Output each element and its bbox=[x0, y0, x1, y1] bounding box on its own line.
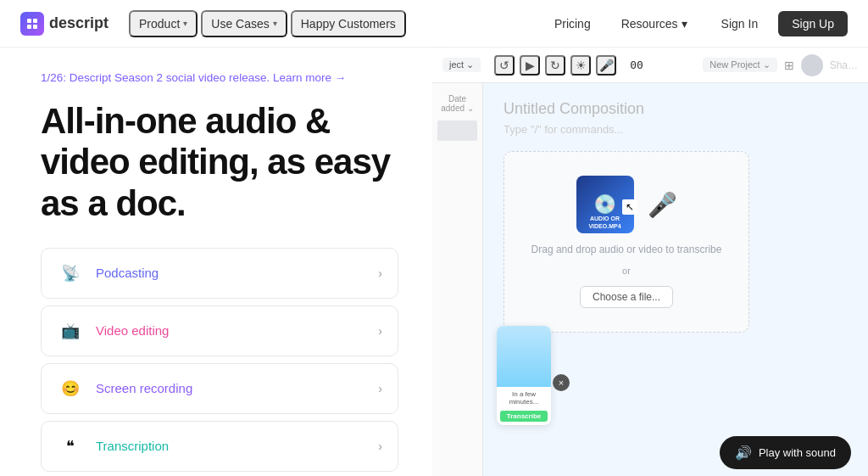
screen-recording-icon: 😊 bbox=[57, 375, 84, 402]
media-thumb-label: AUDIO ORVIDEO.MP4 bbox=[576, 216, 634, 230]
feature-list: 📡 Podcasting › 📺 Video editing › 😊 Scree… bbox=[41, 248, 398, 472]
mic-drop-icon: 🎤 bbox=[648, 191, 677, 219]
feature-screen-recording[interactable]: 😊 Screen recording › bbox=[41, 363, 398, 414]
svg-rect-0 bbox=[27, 19, 31, 23]
chevron-down-icon: ▾ bbox=[682, 17, 687, 31]
chevron-right-icon: › bbox=[378, 440, 382, 453]
transcribe-badge: Transcribe bbox=[500, 411, 548, 422]
sidebar-bar bbox=[437, 120, 477, 141]
logo-text: descript bbox=[49, 14, 108, 32]
svg-rect-3 bbox=[33, 25, 37, 29]
nav-left: descript Product ▾ Use Cases ▾ Happy Cus… bbox=[20, 10, 406, 37]
svg-rect-2 bbox=[27, 25, 31, 29]
screen-recording-label: Screen recording bbox=[96, 381, 192, 395]
resources-link[interactable]: Resources ▾ bbox=[608, 11, 701, 36]
feature-left: 📺 Video editing bbox=[57, 317, 169, 344]
app-content: Untitled Composition Type "/" for comman… bbox=[483, 83, 868, 476]
composition-hint: Type "/" for commands... bbox=[504, 123, 848, 136]
waveform-visual bbox=[497, 326, 551, 387]
podcasting-icon: 📡 bbox=[57, 260, 84, 287]
chevron-right-icon: › bbox=[378, 382, 382, 395]
mic-button[interactable]: 🎤 bbox=[596, 55, 616, 76]
announcement-banner[interactable]: 1/26: Descript Season 2 social video rel… bbox=[41, 71, 398, 84]
transcription-label: Transcription bbox=[96, 439, 169, 453]
pricing-link[interactable]: Pricing bbox=[544, 11, 601, 36]
choose-file-button[interactable]: Choose a file... bbox=[580, 286, 673, 308]
app-sidebar: Date added ⌄ bbox=[432, 83, 483, 476]
nav-links: Product ▾ Use Cases ▾ Happy Customers bbox=[129, 10, 406, 37]
drop-zone-or: or bbox=[622, 266, 631, 276]
sidebar-date-added: Date added ⌄ bbox=[432, 90, 482, 117]
app-mockup: ject ⌄ ↺ ▶ ↻ ☀ 🎤 00 New Project ⌄ ⊞ Sha… bbox=[432, 48, 868, 476]
video-editing-label: Video editing bbox=[96, 323, 169, 338]
chevron-right-icon: › bbox=[378, 324, 382, 338]
project-tag: ject ⌄ bbox=[442, 58, 481, 72]
share-icon: Sha… bbox=[830, 59, 858, 71]
feature-left: ❝ Transcription bbox=[57, 433, 169, 460]
right-panel: ject ⌄ ↺ ▶ ↻ ☀ 🎤 00 New Project ⌄ ⊞ Sha… bbox=[432, 48, 868, 476]
chevron-right-icon: › bbox=[378, 266, 382, 280]
drop-zone-row: 💿 AUDIO ORVIDEO.MP4 ↖ 🎤 bbox=[576, 176, 677, 233]
close-overlay-button[interactable]: × bbox=[553, 374, 570, 391]
transcription-icon: ❝ bbox=[57, 433, 84, 460]
video-editing-icon: 📺 bbox=[57, 317, 84, 344]
nav-happy-customers[interactable]: Happy Customers bbox=[291, 10, 406, 37]
logo[interactable]: descript bbox=[20, 12, 108, 36]
feature-left: 😊 Screen recording bbox=[57, 375, 192, 402]
navbar: descript Product ▾ Use Cases ▾ Happy Cus… bbox=[0, 0, 868, 48]
svg-rect-1 bbox=[33, 19, 37, 23]
media-thumbnail: 💿 AUDIO ORVIDEO.MP4 ↖ bbox=[576, 176, 634, 233]
sign-in-button[interactable]: Sign In bbox=[708, 11, 772, 36]
announcement-link[interactable]: 1/26: Descript Season 2 social video rel… bbox=[41, 71, 346, 84]
toolbar-controls: ↺ ▶ ↻ ☀ 🎤 bbox=[494, 55, 616, 76]
feature-left: 📡 Podcasting bbox=[57, 260, 159, 287]
floating-card-text: In a few minutes... bbox=[497, 387, 551, 409]
nav-right: Pricing Resources ▾ Sign In Sign Up bbox=[544, 11, 848, 36]
user-avatar[interactable] bbox=[801, 54, 823, 76]
drop-zone-text: Drag and drop audio or video to transcri… bbox=[531, 244, 722, 255]
playhead-time: 00 bbox=[630, 59, 643, 71]
nav-use-cases[interactable]: Use Cases ▾ bbox=[201, 10, 287, 37]
feature-transcription[interactable]: ❝ Transcription › bbox=[41, 421, 398, 472]
chevron-down-icon: ▾ bbox=[183, 19, 187, 28]
podcasting-label: Podcasting bbox=[96, 266, 159, 280]
play-button[interactable]: ▶ bbox=[520, 55, 540, 76]
sign-up-button[interactable]: Sign Up bbox=[778, 11, 848, 36]
hero-title: All-in-one audio & video editing, as eas… bbox=[41, 101, 398, 224]
layout-icon: ⊞ bbox=[784, 59, 794, 72]
app-toolbar: ject ⌄ ↺ ▶ ↻ ☀ 🎤 00 New Project ⌄ ⊞ Sha… bbox=[432, 48, 868, 83]
drop-zone[interactable]: 💿 AUDIO ORVIDEO.MP4 ↖ 🎤 Drag and drop au… bbox=[504, 151, 749, 333]
chevron-down-icon: ▾ bbox=[273, 19, 277, 28]
brightness-button[interactable]: ☀ bbox=[570, 55, 591, 76]
toolbar-right: New Project ⌄ ⊞ Sha… bbox=[703, 54, 858, 76]
composition-title: Untitled Composition bbox=[504, 100, 848, 118]
new-project-tag: New Project ⌄ bbox=[703, 58, 776, 72]
nav-product[interactable]: Product ▾ bbox=[129, 10, 198, 37]
play-icon: 🔊 bbox=[735, 445, 752, 461]
redo-button[interactable]: ↻ bbox=[545, 55, 565, 76]
feature-video-editing[interactable]: 📺 Video editing › bbox=[41, 305, 398, 356]
media-disc-icon: 💿 bbox=[593, 193, 616, 216]
undo-button[interactable]: ↺ bbox=[494, 55, 515, 76]
play-with-sound-button[interactable]: 🔊 Play with sound bbox=[720, 436, 851, 469]
logo-icon bbox=[20, 12, 44, 36]
floating-waveform-card: In a few minutes... Transcribe bbox=[497, 326, 551, 425]
app-body: Date added ⌄ Untitled Composition Type "… bbox=[432, 83, 868, 476]
drop-zone-text-area: 🎤 bbox=[648, 191, 677, 219]
left-panel: 1/26: Descript Season 2 social video rel… bbox=[0, 48, 432, 476]
main-content: 1/26: Descript Season 2 social video rel… bbox=[0, 48, 868, 476]
cursor-icon: ↖ bbox=[622, 199, 637, 215]
feature-podcasting[interactable]: 📡 Podcasting › bbox=[41, 248, 398, 299]
